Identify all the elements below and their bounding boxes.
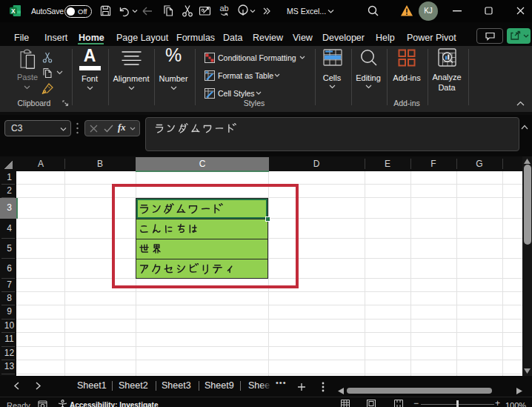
svg-text:X: X xyxy=(11,7,16,15)
svg-text:ab: ab xyxy=(220,4,229,13)
